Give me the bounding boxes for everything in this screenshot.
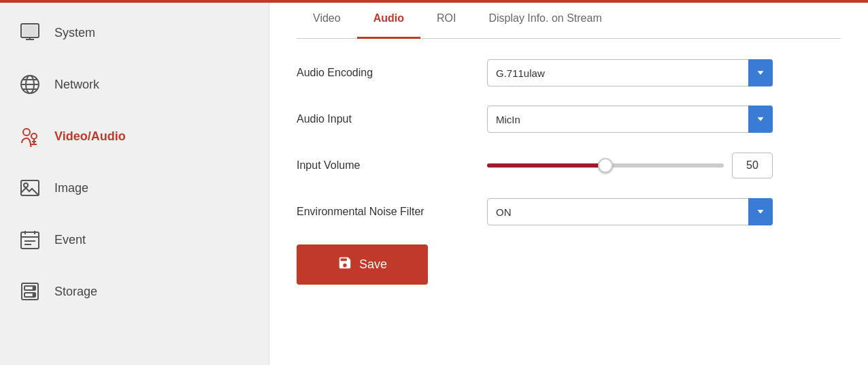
sidebar-item-storage[interactable]: Storage xyxy=(0,266,269,317)
audio-input-select[interactable]: MicIn LineIn xyxy=(487,106,773,133)
main-content: Video Audio ROI Display Info. on Stream … xyxy=(269,0,868,365)
tab-bar: Video Audio ROI Display Info. on Stream xyxy=(297,0,841,39)
svg-rect-1 xyxy=(22,25,37,36)
save-label: Save xyxy=(359,257,387,272)
audio-encoding-label: Audio Encoding xyxy=(297,67,487,79)
save-button[interactable]: Save xyxy=(297,244,428,285)
env-noise-filter-select-wrapper: ON OFF xyxy=(487,198,773,225)
svg-point-15 xyxy=(24,183,28,187)
env-noise-filter-select[interactable]: ON OFF xyxy=(487,198,773,225)
svg-point-25 xyxy=(33,287,35,289)
input-volume-row: Input Volume 50 xyxy=(297,152,841,179)
svg-point-26 xyxy=(33,294,35,296)
input-volume-label: Input Volume xyxy=(297,159,487,172)
audio-input-control: MicIn LineIn xyxy=(487,106,773,133)
env-noise-filter-label: Environmental Noise Filter xyxy=(297,206,487,218)
sidebar-item-image[interactable]: Image xyxy=(0,162,269,214)
svg-point-9 xyxy=(23,129,30,136)
sidebar-item-event-label: Event xyxy=(54,233,86,247)
audio-encoding-row: Audio Encoding G.711ulaw G.711alaw G.726… xyxy=(297,59,841,86)
save-icon xyxy=(337,255,352,274)
sidebar-item-system[interactable]: System xyxy=(0,7,269,59)
sidebar-item-image-label: Image xyxy=(54,181,88,195)
audio-encoding-select[interactable]: G.711ulaw G.711alaw G.726 AAC xyxy=(487,59,773,86)
sidebar-item-event[interactable]: Event xyxy=(0,214,269,266)
input-volume-control: 50 xyxy=(487,152,773,179)
slider-container xyxy=(487,152,724,179)
sidebar-item-video-audio[interactable]: Video/Audio xyxy=(0,110,269,162)
sidebar-item-storage-label: Storage xyxy=(54,285,97,299)
tab-audio[interactable]: Audio xyxy=(357,0,420,39)
audio-input-label: Audio Input xyxy=(297,113,487,125)
sidebar-item-system-label: System xyxy=(54,26,95,40)
audio-encoding-select-wrapper: G.711ulaw G.711alaw G.726 AAC xyxy=(487,59,773,86)
storage-icon xyxy=(16,278,44,305)
slider-wrapper: 50 xyxy=(487,152,773,179)
env-noise-filter-control: ON OFF xyxy=(487,198,773,225)
audio-encoding-control: G.711ulaw G.711alaw G.726 AAC xyxy=(487,59,773,86)
image-icon xyxy=(16,174,44,202)
network-icon xyxy=(16,71,44,98)
event-icon xyxy=(16,226,44,253)
audio-input-row: Audio Input MicIn LineIn xyxy=(297,106,841,133)
sidebar-item-network-label: Network xyxy=(54,78,99,92)
sidebar-item-network[interactable]: Network xyxy=(0,59,269,110)
sidebar: System Network xyxy=(0,0,269,365)
video-audio-icon xyxy=(16,123,44,150)
sidebar-item-video-audio-label: Video/Audio xyxy=(54,129,126,144)
system-icon xyxy=(16,19,44,46)
tab-display-info[interactable]: Display Info. on Stream xyxy=(472,0,618,39)
env-noise-filter-row: Environmental Noise Filter ON OFF xyxy=(297,198,841,225)
tab-video[interactable]: Video xyxy=(297,0,357,39)
tab-roi[interactable]: ROI xyxy=(420,0,472,39)
slider-value: 50 xyxy=(732,153,773,178)
svg-point-10 xyxy=(31,133,37,139)
audio-input-select-wrapper: MicIn LineIn xyxy=(487,106,773,133)
